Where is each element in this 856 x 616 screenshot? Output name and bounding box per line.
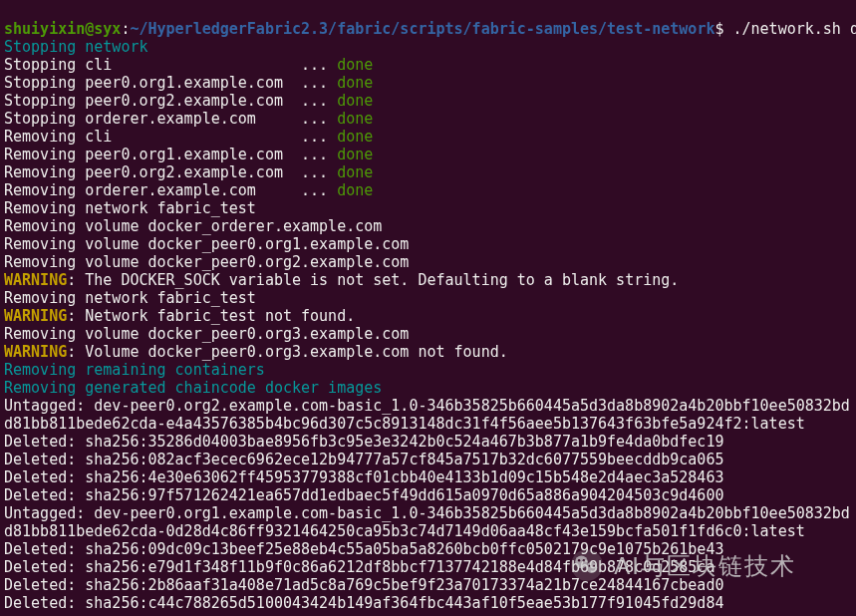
warning-tag: WARNING (4, 343, 67, 361)
image-op-line: Deleted: sha256:4e30e63062ff45953779388c… (4, 468, 723, 486)
terminal-output: shuiyixin@syx:~/HyperledgerFabric2.3/fab… (0, 0, 856, 614)
image-op-line: Deleted: sha256:c44c788265d5100043424b14… (4, 594, 723, 612)
status-done: done (337, 146, 373, 163)
progress-dots: ... (292, 110, 337, 128)
image-op-line: Untagged: dev-peer0.org1.example.com-bas… (4, 504, 850, 522)
status-done: done (337, 110, 373, 128)
section-removing-remaining: Removing remaining containers (4, 361, 265, 379)
warning-msg: : Network fabric_test not found. (67, 307, 355, 325)
removal-line: Removing volume docker_peer0.org3.exampl… (4, 325, 409, 343)
status-done: done (337, 181, 373, 199)
progress-dots: ... (292, 56, 337, 74)
watermark-text: AI与区块链技术 (614, 557, 796, 575)
prompt-user: shuiyixin@syx (4, 20, 121, 38)
container-name: orderer.example.com (85, 181, 292, 199)
svg-point-6 (593, 565, 595, 567)
svg-point-1 (575, 556, 588, 569)
removal-line: Removing network fabric_test (4, 289, 256, 307)
container-name: peer0.org1.example.com (85, 74, 292, 92)
svg-point-3 (578, 559, 580, 561)
svg-point-2 (587, 562, 598, 573)
status-done: done (337, 92, 373, 110)
container-action: Removing (4, 163, 85, 181)
status-done: done (337, 128, 373, 146)
removal-line: Removing volume docker_peer0.org1.exampl… (4, 235, 409, 253)
progress-dots: ... (292, 146, 337, 163)
container-name: orderer.example.com (85, 110, 292, 128)
watermark-overlay: AI与区块链技术 (568, 546, 796, 585)
image-op-line: Untagged: dev-peer0.org2.example.com-bas… (4, 397, 850, 415)
status-done: done (337, 56, 373, 74)
image-op-line: Deleted: sha256:35286d04003bae8956fb3c95… (4, 433, 723, 451)
progress-dots: ... (292, 74, 337, 92)
image-op-line: d81bb811bede62cda-0d28d4c86ff9321464250c… (4, 522, 805, 540)
removal-line: Removing volume docker_orderer.example.c… (4, 217, 382, 235)
prompt-path: ~/HyperledgerFabric2.3/fabric/scripts/fa… (130, 20, 714, 38)
container-action: Removing (4, 128, 85, 146)
container-name: cli (85, 56, 292, 74)
wechat-icon (568, 546, 606, 585)
progress-dots: ... (292, 128, 337, 146)
progress-dots: ... (292, 92, 337, 110)
container-action: Removing (4, 146, 85, 163)
warning-tag: WARNING (4, 307, 67, 325)
container-action: Removing (4, 181, 85, 199)
container-action: Stopping (4, 56, 85, 74)
prompt-dollar: $ (714, 20, 723, 38)
status-done: done (337, 74, 373, 92)
container-name: cli (85, 128, 292, 146)
warning-msg: : The DOCKER_SOCK variable is not set. D… (67, 271, 679, 289)
container-name: peer0.org2.example.com (85, 92, 292, 110)
section-stopping-network: Stopping network (4, 38, 148, 56)
progress-dots: ... (292, 181, 337, 199)
section-removing-images: Removing generated chaincode docker imag… (4, 379, 382, 397)
image-op-line: d81bb811bede62cda-e4a43576385b4bc96d307c… (4, 415, 805, 433)
removal-line: Removing volume docker_peer0.org2.exampl… (4, 253, 409, 271)
image-op-line: Deleted: sha256:082acf3ecec6962ece12b947… (4, 451, 723, 468)
progress-dots: ... (292, 163, 337, 181)
container-name: peer0.org1.example.com (85, 146, 292, 163)
prompt: shuiyixin@syx:~/HyperledgerFabric2.3/fab… (4, 20, 733, 38)
status-done: done (337, 163, 373, 181)
command: ./network.sh down (733, 20, 857, 38)
warning-tag: WARNING (4, 271, 67, 289)
container-action: Stopping (4, 92, 85, 110)
svg-point-5 (589, 565, 591, 567)
container-name: peer0.org2.example.com (85, 163, 292, 181)
svg-point-4 (583, 559, 585, 561)
removal-line: Removing network fabric_test (4, 199, 256, 217)
warning-msg: : Volume docker_peer0.org3.example.com n… (67, 343, 508, 361)
image-op-line: Deleted: sha256:97f571262421ea657dd1edba… (4, 486, 723, 504)
container-action: Stopping (4, 74, 85, 92)
container-action: Stopping (4, 110, 85, 128)
